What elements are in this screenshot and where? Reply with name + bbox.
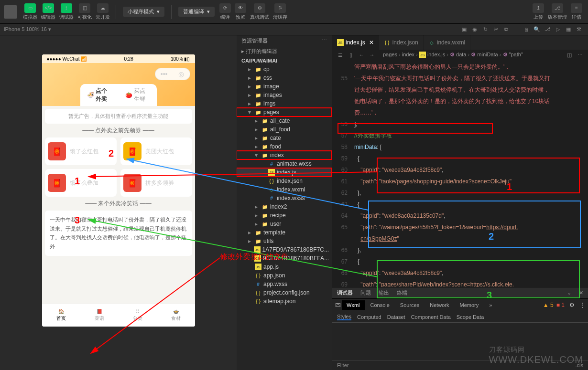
device-selector[interactable]: iPhone 5 100% 16 ▾ (4, 26, 51, 32)
editor-tab-index.json[interactable]: { }index.json (379, 35, 424, 50)
warning-badge[interactable]: ▲ 5 (543, 302, 554, 308)
clearcache-button[interactable]: ⚞ (274, 3, 286, 13)
more-icon[interactable]: ⋯ (322, 37, 327, 44)
tabbar-recipe[interactable]: 📕菜谱 (80, 304, 119, 327)
tabbar-food[interactable]: 🍲食材 (157, 304, 195, 327)
breadcrumb-path[interactable]: pages › index › JS index.js › ⚙ data › ⚙… (383, 52, 523, 59)
bookmark-icon[interactable]: ▯ (347, 51, 355, 59)
tree-item-template[interactable]: ▸📁template (237, 228, 332, 237)
subtab-styles[interactable]: Styles (337, 314, 351, 320)
subtab-dataset[interactable]: Dataset (387, 314, 405, 320)
run-icon[interactable]: ▷ (554, 26, 562, 33)
inspect-icon[interactable]: ⮹ (335, 302, 341, 308)
back-icon[interactable]: ← (357, 51, 366, 59)
tree-item-app.js[interactable]: JSapp.js (237, 263, 332, 271)
cut-icon[interactable]: ✂ (492, 26, 500, 33)
coupon-card-3[interactable]: 🧧拼多多领券 (120, 169, 192, 197)
avatar[interactable] (4, 5, 17, 19)
tree-item-project.config.json[interactable]: { }project.config.json (237, 288, 332, 297)
close-icon[interactable]: ✕ (369, 39, 374, 46)
tree-item-imgs[interactable]: ▸📁imgs (237, 99, 332, 108)
dbg-tab-terminal[interactable]: 终端 (397, 289, 407, 296)
tabbar-home[interactable]: 🏠首页 (42, 304, 80, 327)
filter-input[interactable]: Filter (337, 362, 348, 368)
screenshot-icon[interactable]: ▣ (460, 26, 468, 33)
tree-item-recipe[interactable]: ▸📁recipe (237, 211, 332, 220)
tree-item-index.js[interactable]: JSindex.js (237, 168, 332, 177)
tree-item-user[interactable]: ▸📁user (237, 220, 332, 228)
devtool-tab-console[interactable]: Console (366, 300, 394, 310)
coupon-card-2[interactable]: 🧧饿了么叠加 (45, 169, 117, 197)
list-icon[interactable]: ☰ (336, 51, 345, 59)
coupon-card-1[interactable]: 🧧美团大红包 (120, 137, 192, 165)
tab-shengxian[interactable]: 🍅买点生鲜 (119, 84, 157, 106)
compile-button[interactable]: ⟳ (219, 3, 231, 13)
rotate-icon[interactable]: ↻ (481, 26, 489, 33)
search-icon[interactable]: 🔍 (533, 26, 541, 33)
gear-icon[interactable]: ⚙ (569, 302, 575, 308)
capsule-button[interactable]: •••◎ (155, 68, 190, 80)
editor-toggle[interactable]: </> (43, 3, 54, 13)
subtab-computed[interactable]: Computed (357, 314, 381, 320)
editor-tab-index.js[interactable]: JSindex.js✕ (332, 35, 379, 50)
tree-item-pages[interactable]: ▾📁pages (237, 108, 332, 116)
preview-button[interactable]: 👁 (235, 3, 246, 13)
tree-item-css[interactable]: ▸📁css (237, 74, 332, 82)
dbg-tab-debugger[interactable]: 调试器 (337, 289, 353, 296)
code-lines[interactable]: 管严寒酷暑刮风下雨总会很耐心的男人—只会是送外卖的。'，'一天中午我们寝室大哥打… (351, 60, 588, 287)
project-name[interactable]: CAIPUWAIMAI (237, 56, 332, 65)
forward-icon[interactable]: → (368, 51, 376, 59)
details-button[interactable]: ≡ (571, 3, 582, 13)
tree-item-app.wxss[interactable]: #app.wxss (237, 280, 332, 288)
cloud-toggle[interactable]: ☁ (97, 3, 109, 13)
overflow-icon[interactable]: ⋮ (579, 302, 585, 308)
tree-item-9CE874B1867180BFFA...[interactable]: JS9CE874B1867180BFFA... (237, 254, 332, 263)
split-icon[interactable]: ◫ (565, 51, 574, 59)
editor-tab-index.wxml[interactable]: ◇index.wxml (424, 35, 470, 50)
mode-dropdown[interactable]: 小程序模式▾ (123, 7, 164, 17)
tree-item-index.wxml[interactable]: ◇index.wxml (237, 185, 332, 194)
version-button[interactable]: ⎇ (552, 3, 563, 13)
subtab-scopedata[interactable]: Scope Data (457, 314, 484, 320)
compile-dropdown[interactable]: 普通编译▾ (178, 7, 215, 17)
simulator-toggle[interactable]: ▭ (24, 3, 36, 13)
record-icon[interactable]: ◉ (471, 26, 479, 33)
dbg-tab-problems[interactable]: 问题 (360, 289, 371, 296)
devtool-tab-network[interactable]: Network (425, 300, 454, 310)
devtool-tab-wxml[interactable]: Wxml (342, 300, 365, 310)
tree-item-all_cate[interactable]: ▸📁all_cate (237, 116, 332, 125)
devtool-tab-sources[interactable]: Sources (395, 300, 424, 310)
tree-item-index.json[interactable]: { }index.json (237, 177, 332, 185)
open-editors-section[interactable]: ▸ 打开的编辑器 (237, 46, 332, 56)
close-icon[interactable]: ✕ (579, 290, 583, 296)
tree-item-cp[interactable]: ▸📁cp (237, 65, 332, 74)
tree-item-index2[interactable]: ▸📁index2 (237, 202, 332, 211)
tree-item-app.json[interactable]: { }app.json (237, 271, 332, 280)
tree-item-1A7FD9A7867180BF7C...[interactable]: JS1A7FD9A7867180BF7C... (237, 245, 332, 254)
tree-item-index[interactable]: ▾📁index (237, 151, 332, 159)
tree-item-all_food[interactable]: ▸📁all_food (237, 125, 332, 134)
tabbar-category[interactable]: ⠿分类 (119, 304, 157, 327)
coupon-card-0[interactable]: 🧧饿了么红包 (45, 137, 117, 165)
error-badge[interactable]: ■ 1 (556, 302, 565, 308)
tab-waimai[interactable]: 🍜点个外卖 (80, 84, 119, 106)
tree-item-food[interactable]: ▸📁food (237, 142, 332, 151)
tree-item-index.wxss[interactable]: #index.wxss (237, 194, 332, 202)
tree-item-image[interactable]: ▸📁image (237, 82, 332, 91)
devtool-tab-memory[interactable]: Memory (455, 300, 484, 310)
tree-item-utils[interactable]: ▸📁utils (237, 237, 332, 245)
tree-item-sitemap.json[interactable]: { }sitemap.json (237, 297, 332, 306)
subtab-componentdata[interactable]: Component Data (411, 314, 451, 320)
tree-item-cate[interactable]: ▸📁cate (237, 134, 332, 142)
ext-icon[interactable]: ▦ (565, 26, 572, 33)
tree-item-images[interactable]: ▸📁images (237, 91, 332, 99)
chevron-down-icon[interactable]: ⌄ (567, 290, 571, 296)
upload-button[interactable]: ↥ (533, 3, 544, 13)
code-editor[interactable]: 555657585960616263646566676869 管严寒酷暑刮风下雨… (332, 60, 588, 287)
files-icon[interactable]: 🗎 (523, 26, 530, 33)
tree-item-animate.wxss[interactable]: #animate.wxss (237, 159, 332, 168)
debugger-toggle[interactable]: ⟟ (61, 3, 72, 13)
devtool-tab-more[interactable]: » (484, 300, 497, 310)
more-icon[interactable]: ⋯ (576, 51, 584, 59)
tools-icon[interactable]: ⚒ (575, 26, 583, 33)
